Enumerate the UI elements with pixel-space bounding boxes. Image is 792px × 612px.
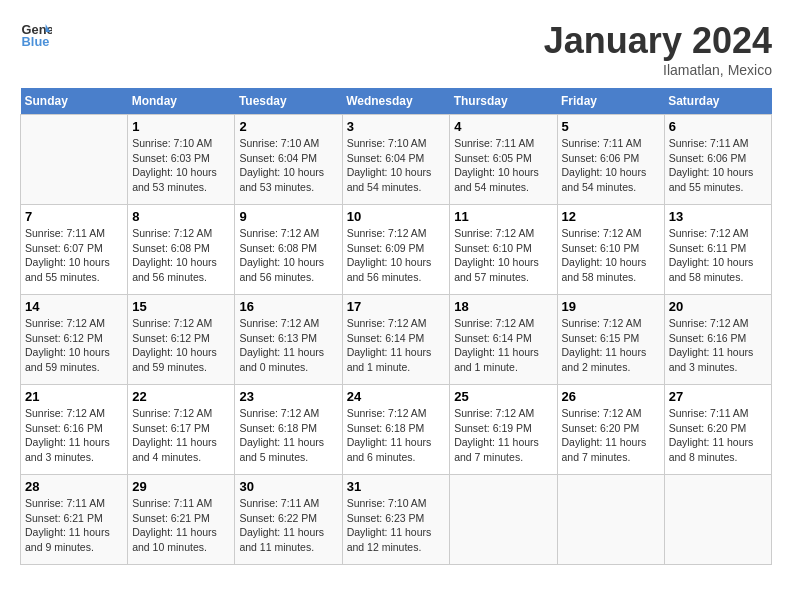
weekday-header: Friday: [557, 88, 664, 115]
calendar-week-row: 1 Sunrise: 7:10 AM Sunset: 6:03 PM Dayli…: [21, 115, 772, 205]
day-number: 17: [347, 299, 446, 314]
day-info: Sunrise: 7:12 AM Sunset: 6:12 PM Dayligh…: [132, 316, 230, 375]
day-number: 23: [239, 389, 337, 404]
day-info: Sunrise: 7:12 AM Sunset: 6:18 PM Dayligh…: [239, 406, 337, 465]
calendar-day-cell: 16 Sunrise: 7:12 AM Sunset: 6:13 PM Dayl…: [235, 295, 342, 385]
day-info: Sunrise: 7:12 AM Sunset: 6:12 PM Dayligh…: [25, 316, 123, 375]
day-info: Sunrise: 7:11 AM Sunset: 6:07 PM Dayligh…: [25, 226, 123, 285]
calendar-day-cell: 26 Sunrise: 7:12 AM Sunset: 6:20 PM Dayl…: [557, 385, 664, 475]
title-area: January 2024 Ilamatlan, Mexico: [544, 20, 772, 78]
day-number: 25: [454, 389, 552, 404]
day-number: 27: [669, 389, 767, 404]
calendar-day-cell: 7 Sunrise: 7:11 AM Sunset: 6:07 PM Dayli…: [21, 205, 128, 295]
day-info: Sunrise: 7:11 AM Sunset: 6:05 PM Dayligh…: [454, 136, 552, 195]
day-info: Sunrise: 7:12 AM Sunset: 6:18 PM Dayligh…: [347, 406, 446, 465]
day-number: 8: [132, 209, 230, 224]
calendar-day-cell: 31 Sunrise: 7:10 AM Sunset: 6:23 PM Dayl…: [342, 475, 450, 565]
day-info: Sunrise: 7:11 AM Sunset: 6:20 PM Dayligh…: [669, 406, 767, 465]
day-number: 13: [669, 209, 767, 224]
day-info: Sunrise: 7:10 AM Sunset: 6:04 PM Dayligh…: [347, 136, 446, 195]
calendar-week-row: 28 Sunrise: 7:11 AM Sunset: 6:21 PM Dayl…: [21, 475, 772, 565]
day-info: Sunrise: 7:11 AM Sunset: 6:22 PM Dayligh…: [239, 496, 337, 555]
day-info: Sunrise: 7:12 AM Sunset: 6:11 PM Dayligh…: [669, 226, 767, 285]
calendar-day-cell: 14 Sunrise: 7:12 AM Sunset: 6:12 PM Dayl…: [21, 295, 128, 385]
day-number: 18: [454, 299, 552, 314]
day-info: Sunrise: 7:12 AM Sunset: 6:14 PM Dayligh…: [347, 316, 446, 375]
svg-text:Blue: Blue: [22, 34, 50, 48]
day-number: 26: [562, 389, 660, 404]
weekday-header: Tuesday: [235, 88, 342, 115]
day-info: Sunrise: 7:11 AM Sunset: 6:06 PM Dayligh…: [669, 136, 767, 195]
calendar-day-cell: 15 Sunrise: 7:12 AM Sunset: 6:12 PM Dayl…: [128, 295, 235, 385]
calendar-day-cell: 12 Sunrise: 7:12 AM Sunset: 6:10 PM Dayl…: [557, 205, 664, 295]
day-number: 4: [454, 119, 552, 134]
day-number: 22: [132, 389, 230, 404]
day-number: 7: [25, 209, 123, 224]
day-number: 12: [562, 209, 660, 224]
day-info: Sunrise: 7:12 AM Sunset: 6:08 PM Dayligh…: [132, 226, 230, 285]
calendar-day-cell: 4 Sunrise: 7:11 AM Sunset: 6:05 PM Dayli…: [450, 115, 557, 205]
calendar-day-cell: 11 Sunrise: 7:12 AM Sunset: 6:10 PM Dayl…: [450, 205, 557, 295]
day-number: 3: [347, 119, 446, 134]
calendar-day-cell: 22 Sunrise: 7:12 AM Sunset: 6:17 PM Dayl…: [128, 385, 235, 475]
day-info: Sunrise: 7:12 AM Sunset: 6:08 PM Dayligh…: [239, 226, 337, 285]
day-number: 15: [132, 299, 230, 314]
calendar-day-cell: 1 Sunrise: 7:10 AM Sunset: 6:03 PM Dayli…: [128, 115, 235, 205]
day-number: 24: [347, 389, 446, 404]
day-info: Sunrise: 7:12 AM Sunset: 6:20 PM Dayligh…: [562, 406, 660, 465]
day-number: 1: [132, 119, 230, 134]
weekday-header: Thursday: [450, 88, 557, 115]
calendar-day-cell: 18 Sunrise: 7:12 AM Sunset: 6:14 PM Dayl…: [450, 295, 557, 385]
calendar-day-cell: 8 Sunrise: 7:12 AM Sunset: 6:08 PM Dayli…: [128, 205, 235, 295]
month-title: January 2024: [544, 20, 772, 62]
day-number: 16: [239, 299, 337, 314]
day-number: 19: [562, 299, 660, 314]
day-number: 21: [25, 389, 123, 404]
day-info: Sunrise: 7:12 AM Sunset: 6:19 PM Dayligh…: [454, 406, 552, 465]
day-info: Sunrise: 7:10 AM Sunset: 6:23 PM Dayligh…: [347, 496, 446, 555]
location: Ilamatlan, Mexico: [544, 62, 772, 78]
calendar-day-cell: 21 Sunrise: 7:12 AM Sunset: 6:16 PM Dayl…: [21, 385, 128, 475]
day-number: 30: [239, 479, 337, 494]
day-number: 6: [669, 119, 767, 134]
calendar-table: SundayMondayTuesdayWednesdayThursdayFrid…: [20, 88, 772, 565]
day-number: 29: [132, 479, 230, 494]
calendar-day-cell: 19 Sunrise: 7:12 AM Sunset: 6:15 PM Dayl…: [557, 295, 664, 385]
weekday-header: Sunday: [21, 88, 128, 115]
calendar-day-cell: [664, 475, 771, 565]
calendar-week-row: 14 Sunrise: 7:12 AM Sunset: 6:12 PM Dayl…: [21, 295, 772, 385]
day-info: Sunrise: 7:12 AM Sunset: 6:10 PM Dayligh…: [562, 226, 660, 285]
calendar-day-cell: 24 Sunrise: 7:12 AM Sunset: 6:18 PM Dayl…: [342, 385, 450, 475]
day-info: Sunrise: 7:11 AM Sunset: 6:21 PM Dayligh…: [25, 496, 123, 555]
calendar-day-cell: [450, 475, 557, 565]
day-info: Sunrise: 7:12 AM Sunset: 6:14 PM Dayligh…: [454, 316, 552, 375]
day-info: Sunrise: 7:10 AM Sunset: 6:04 PM Dayligh…: [239, 136, 337, 195]
day-info: Sunrise: 7:12 AM Sunset: 6:15 PM Dayligh…: [562, 316, 660, 375]
day-number: 14: [25, 299, 123, 314]
calendar-day-cell: 30 Sunrise: 7:11 AM Sunset: 6:22 PM Dayl…: [235, 475, 342, 565]
calendar-day-cell: 23 Sunrise: 7:12 AM Sunset: 6:18 PM Dayl…: [235, 385, 342, 475]
calendar-day-cell: 10 Sunrise: 7:12 AM Sunset: 6:09 PM Dayl…: [342, 205, 450, 295]
day-number: 20: [669, 299, 767, 314]
weekday-header: Wednesday: [342, 88, 450, 115]
day-number: 9: [239, 209, 337, 224]
day-info: Sunrise: 7:12 AM Sunset: 6:16 PM Dayligh…: [25, 406, 123, 465]
day-number: 10: [347, 209, 446, 224]
calendar-day-cell: 20 Sunrise: 7:12 AM Sunset: 6:16 PM Dayl…: [664, 295, 771, 385]
weekday-header: Monday: [128, 88, 235, 115]
calendar-day-cell: 2 Sunrise: 7:10 AM Sunset: 6:04 PM Dayli…: [235, 115, 342, 205]
calendar-day-cell: 29 Sunrise: 7:11 AM Sunset: 6:21 PM Dayl…: [128, 475, 235, 565]
day-number: 11: [454, 209, 552, 224]
logo-icon: General Blue: [20, 20, 52, 48]
day-info: Sunrise: 7:11 AM Sunset: 6:21 PM Dayligh…: [132, 496, 230, 555]
calendar-day-cell: 3 Sunrise: 7:10 AM Sunset: 6:04 PM Dayli…: [342, 115, 450, 205]
calendar-week-row: 7 Sunrise: 7:11 AM Sunset: 6:07 PM Dayli…: [21, 205, 772, 295]
calendar-day-cell: [21, 115, 128, 205]
day-number: 31: [347, 479, 446, 494]
day-info: Sunrise: 7:12 AM Sunset: 6:13 PM Dayligh…: [239, 316, 337, 375]
calendar-day-cell: 5 Sunrise: 7:11 AM Sunset: 6:06 PM Dayli…: [557, 115, 664, 205]
day-info: Sunrise: 7:10 AM Sunset: 6:03 PM Dayligh…: [132, 136, 230, 195]
calendar-day-cell: 17 Sunrise: 7:12 AM Sunset: 6:14 PM Dayl…: [342, 295, 450, 385]
day-info: Sunrise: 7:11 AM Sunset: 6:06 PM Dayligh…: [562, 136, 660, 195]
calendar-day-cell: 6 Sunrise: 7:11 AM Sunset: 6:06 PM Dayli…: [664, 115, 771, 205]
